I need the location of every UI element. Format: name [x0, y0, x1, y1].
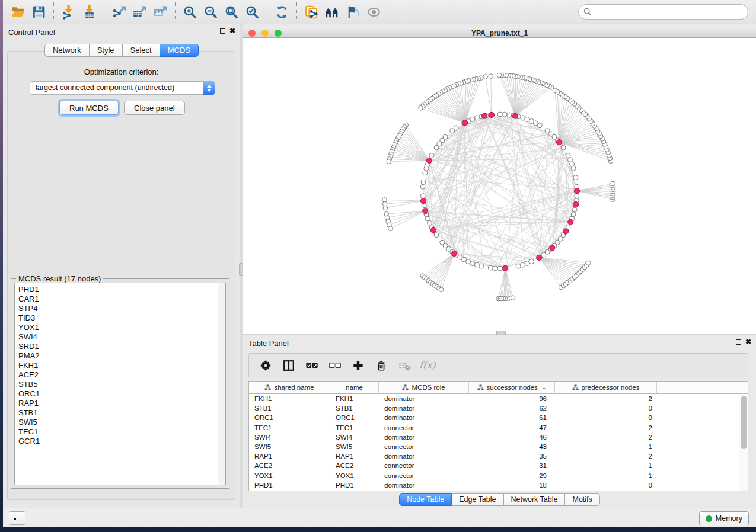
result-node[interactable]: SRD1: [18, 342, 225, 351]
search-input[interactable]: [578, 4, 748, 20]
toolbar-separator: [296, 2, 297, 21]
result-node[interactable]: GCR1: [18, 437, 225, 446]
tab-motifs[interactable]: Motifs: [565, 493, 599, 506]
result-node[interactable]: CAR1: [18, 294, 225, 304]
table-row[interactable]: YOX1YOX1connector291: [249, 471, 739, 480]
cell-name: FKH1: [330, 394, 379, 403]
split-view-button[interactable]: [280, 357, 297, 374]
import-table-button[interactable]: [80, 3, 98, 21]
tab-network[interactable]: Network: [44, 44, 90, 57]
result-node[interactable]: ACE2: [18, 370, 225, 380]
result-node[interactable]: PMA2: [18, 351, 225, 361]
hide-graphics-details-button[interactable]: [344, 3, 362, 21]
table-row[interactable]: SWI5SWI5connector431: [249, 442, 739, 451]
result-node[interactable]: STB1: [18, 408, 225, 418]
export-table-button[interactable]: [130, 3, 149, 21]
select-all-columns-button[interactable]: [304, 357, 320, 374]
tab-style[interactable]: Style: [90, 44, 123, 57]
column-header-name[interactable]: name: [330, 382, 379, 393]
control-panel-tabs: NetworkStyleSelectMCDS: [3, 44, 240, 57]
column-header-filler: [657, 382, 748, 393]
open-file-button[interactable]: [9, 3, 27, 21]
tab-node-table[interactable]: Node Table: [399, 493, 452, 506]
table-row[interactable]: FKH1FKH1dominator962: [249, 394, 739, 403]
task-history-button[interactable]: [9, 511, 25, 525]
result-node[interactable]: STB5: [18, 380, 225, 389]
result-node[interactable]: YOX1: [18, 323, 225, 332]
table-row[interactable]: TEC1TEC1connector472: [249, 423, 739, 432]
column-header-predecessor-nodes[interactable]: predecessor nodes: [555, 382, 657, 393]
export-network-icon: [111, 5, 126, 20]
float-table-panel-icon[interactable]: [736, 339, 741, 345]
column-label: name: [346, 384, 363, 391]
cell-predecessor-nodes: 1: [555, 471, 657, 480]
zoom-in-button[interactable]: [181, 3, 199, 21]
first-neighbors-button[interactable]: [323, 3, 342, 21]
result-node[interactable]: TID3: [18, 313, 225, 323]
cell-successor-nodes: 96: [469, 394, 555, 403]
close-panel-icon[interactable]: ✖: [229, 28, 235, 34]
table-body: FKH1FKH1dominator962STB1STB1dominator620…: [249, 394, 739, 491]
table-row[interactable]: ACE2ACE2connector311: [249, 461, 739, 470]
table-scrollbar[interactable]: [739, 394, 748, 491]
split-view-icon: [282, 359, 295, 372]
table-row[interactable]: STB1STB1dominator620: [249, 403, 739, 413]
zoom-out-button[interactable]: [202, 3, 220, 21]
show-graphics-details-button[interactable]: [365, 3, 383, 21]
import-network-button[interactable]: [59, 3, 78, 21]
add-column-button[interactable]: [350, 357, 366, 374]
tab-mcds[interactable]: MCDS: [160, 44, 199, 57]
column-header-MCDS-role[interactable]: MCDS role: [379, 382, 469, 393]
clone-network-button[interactable]: [302, 3, 321, 21]
delete-column-button[interactable]: [373, 357, 390, 374]
column-label: shared name: [274, 384, 314, 391]
export-image-button[interactable]: [151, 3, 170, 21]
table-scrollbar-thumb[interactable]: [741, 396, 747, 449]
tab-network-table[interactable]: Network Table: [504, 493, 566, 506]
float-panel-icon[interactable]: [220, 28, 225, 34]
tab-edge-table[interactable]: Edge Table: [452, 493, 503, 506]
column-header-shared-name[interactable]: shared name: [249, 382, 330, 393]
result-node[interactable]: STP4: [18, 304, 225, 313]
node-table: shared namenameMCDS rolesuccessor nodes⌄…: [248, 381, 748, 491]
table-row[interactable]: SWI4SWI4dominator462: [249, 432, 739, 442]
table-row[interactable]: RAP1RAP1dominator352: [249, 451, 739, 461]
table-settings-button[interactable]: [257, 357, 274, 374]
zoom-selected-button[interactable]: [243, 3, 261, 21]
save-session-button[interactable]: [30, 3, 48, 21]
table-settings-icon: [259, 359, 272, 372]
control-panel-title: Control Panel: [8, 28, 55, 37]
criterion-dropdown[interactable]: largest connected component (undirected): [30, 81, 215, 95]
table-row[interactable]: PHD1PHD1dominator180: [249, 480, 739, 490]
tab-select[interactable]: Select: [123, 44, 160, 57]
close-panel-button[interactable]: Close panel: [124, 101, 185, 115]
zoom-fit-button[interactable]: [222, 3, 241, 21]
run-mcds-button[interactable]: Run MCDS: [59, 101, 119, 115]
result-node[interactable]: PHD1: [18, 285, 225, 294]
result-node[interactable]: FKH1: [18, 361, 225, 370]
cell-predecessor-nodes: 0: [555, 413, 657, 422]
export-network-button[interactable]: [110, 3, 128, 21]
add-column-icon: [352, 359, 365, 372]
result-node[interactable]: ORC1: [18, 389, 225, 399]
memory-button[interactable]: Memory: [699, 511, 749, 525]
network-canvas[interactable]: [243, 38, 756, 334]
cell-MCDS-role: connector: [379, 442, 469, 451]
result-node[interactable]: SWI5: [18, 418, 225, 427]
network-window-titlebar[interactable]: YPA_prune.txt_1: [243, 27, 756, 38]
import-table-icon: [82, 5, 97, 20]
criterion-value: largest connected component (undirected): [36, 84, 174, 92]
result-node[interactable]: TEC1: [18, 427, 225, 437]
cell-name: PHD1: [330, 480, 379, 490]
close-table-panel-icon[interactable]: ✖: [745, 339, 751, 345]
result-list-scrollbar[interactable]: [218, 283, 225, 485]
cell-name: STB1: [330, 403, 379, 413]
result-node[interactable]: RAP1: [18, 399, 225, 408]
deselect-all-columns-button[interactable]: [327, 357, 343, 374]
column-header-successor-nodes[interactable]: successor nodes⌄: [469, 382, 555, 393]
table-row[interactable]: ORC1ORC1dominator610: [249, 413, 739, 422]
refresh-button[interactable]: [273, 3, 291, 21]
toolbar-separator: [175, 2, 176, 21]
main-toolbar: [3, 0, 756, 24]
result-node[interactable]: SWI4: [18, 332, 225, 342]
